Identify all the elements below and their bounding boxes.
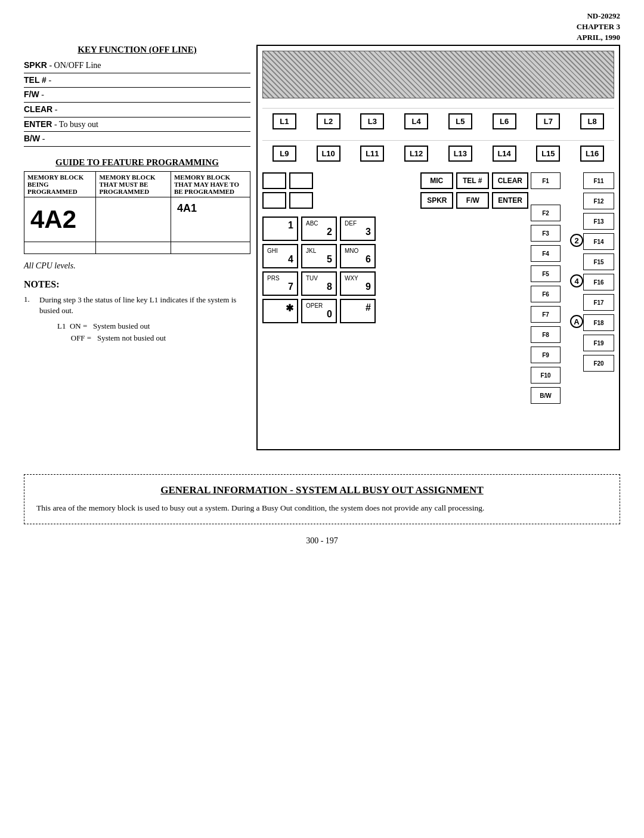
guide-col1-header: MEMORY BLOCK BEING PROGRAMMED [24, 172, 96, 197]
f4-key[interactable]: F4 [531, 245, 561, 262]
l2-key[interactable]: L2 [317, 113, 340, 129]
page-number: 300 - 197 [24, 536, 620, 546]
guide-table: MEMORY BLOCK BEING PROGRAMMED MEMORY BLO… [24, 171, 250, 254]
badge-4: 4 [570, 274, 583, 287]
f10-key[interactable]: F10 [531, 367, 561, 384]
badge-a: A [570, 315, 583, 328]
middle-f-keys: F1 F2 F3 F4 F5 F6 F7 F8 F9 F10 B/W [531, 172, 561, 404]
l12-key[interactable]: L12 [404, 146, 428, 162]
sub-note-1: L1 ON = System busied out OFF = System n… [57, 320, 250, 345]
f6-key[interactable]: F6 [531, 286, 561, 302]
notes-title: NOTES: [24, 279, 250, 290]
list-item: B/W - [24, 132, 250, 147]
fw-key[interactable]: F/W [456, 192, 489, 209]
key-2[interactable]: ABC 2 [301, 217, 337, 241]
l1-key[interactable]: L1 [273, 113, 296, 129]
l4-key[interactable]: L4 [404, 113, 428, 129]
list-item: TEL # - [24, 73, 250, 88]
l10-key[interactable]: L10 [317, 146, 340, 162]
key-star[interactable]: ✱ [262, 299, 298, 323]
header-line1: ND-20292 [577, 11, 620, 21]
f16-key[interactable]: F16 [583, 274, 614, 290]
l13-key[interactable]: L13 [448, 146, 472, 162]
header-line3: APRIL, 1990 [577, 32, 620, 43]
f2-key[interactable]: F2 [531, 205, 561, 221]
guide-cell-empty3 [96, 242, 171, 254]
l5-key[interactable]: L5 [448, 113, 472, 129]
small-sq-3 [262, 192, 286, 209]
f5-key[interactable]: F5 [531, 265, 561, 282]
notes-list: 1. During step 3 the status of line key … [24, 295, 250, 345]
guide-cell-4a1: 4A1 [171, 197, 250, 242]
badge-2: 2 [570, 234, 583, 247]
key-6[interactable]: MNO 6 [340, 244, 376, 268]
key-function-title: KEY FUNCTION (OFF LINE) [24, 45, 250, 55]
badges-column: 2 4 A [563, 217, 581, 328]
header-line2: CHAPTER 3 [577, 21, 620, 32]
l3-key[interactable]: L3 [360, 113, 384, 129]
l7-key[interactable]: L7 [536, 113, 560, 129]
mic-key[interactable]: MIC [420, 172, 453, 189]
key-9[interactable]: WXY 9 [340, 271, 376, 296]
f9-key[interactable]: F9 [531, 347, 561, 363]
guide-cell-empty2 [24, 242, 96, 254]
l-keys-row1: L1 L2 L3 L4 L5 L6 L7 L8 [262, 113, 614, 129]
bw-key[interactable]: B/W [531, 387, 561, 404]
f13-key[interactable]: F13 [583, 213, 614, 230]
guide-cell-empty4 [171, 242, 250, 254]
key-3[interactable]: DEF 3 [340, 217, 376, 241]
list-item: SPKR - ON/OFF Line [24, 58, 250, 73]
guide-col3-header: MEMORY BLOCK THAT MAY HAVE TO BE PROGRAM… [171, 172, 250, 197]
spkr-key[interactable]: SPKR [420, 192, 453, 209]
l15-key[interactable]: L15 [536, 146, 560, 162]
main-keys-area: MIC TEL # CLEAR SPKR F/W ENTER [262, 172, 528, 326]
l11-key[interactable]: L11 [360, 146, 384, 162]
key-0[interactable]: OPER 0 [301, 299, 337, 323]
bottom-box: GENERAL INFORMATION - SYSTEM ALL BUSY OU… [24, 474, 620, 524]
header-info: ND-20292 CHAPTER 3 APRIL, 1990 [577, 11, 620, 44]
key-1[interactable]: 1 [262, 217, 298, 241]
small-sq-1 [262, 172, 286, 189]
l-keys-row2: L9 L10 L11 L12 L13 L14 L15 L16 [262, 146, 614, 162]
f14-key[interactable]: F14 [583, 233, 614, 250]
l16-key[interactable]: L16 [580, 146, 604, 162]
key-8[interactable]: TUV 8 [301, 271, 337, 296]
f18-key[interactable]: F18 [583, 314, 614, 331]
f1-key[interactable]: F1 [531, 172, 561, 189]
key-4[interactable]: GHI 4 [262, 244, 298, 268]
clear-key[interactable]: CLEAR [492, 172, 528, 189]
key-5[interactable]: JKL 5 [301, 244, 337, 268]
right-f-keys: F11 F12 F13 F14 F15 F16 F17 F18 F19 F20 [583, 172, 614, 372]
key-hash[interactable]: # [340, 299, 376, 323]
f11-key[interactable]: F11 [583, 172, 614, 189]
key-function-list: SPKR - ON/OFF Line TEL # - F/W - CLEAR -… [24, 58, 250, 147]
list-item: F/W - [24, 88, 250, 103]
f19-key[interactable]: F19 [583, 335, 614, 351]
f20-key[interactable]: F20 [583, 355, 614, 372]
small-sq-2 [289, 172, 313, 189]
note-item-1: 1. During step 3 the status of line key … [24, 295, 250, 345]
l8-key[interactable]: L8 [580, 113, 604, 129]
f12-key[interactable]: F12 [583, 193, 614, 209]
f8-key[interactable]: F8 [531, 326, 561, 343]
guide-title: GUIDE TO FEATURE PROGRAMMING [24, 157, 250, 168]
list-item: CLEAR - [24, 103, 250, 117]
right-panel: L1 L2 L3 L4 L5 L6 L7 L8 L9 L10 L11 L12 L… [256, 45, 620, 450]
key-7[interactable]: PRS 7 [262, 271, 298, 296]
guide-cell-empty1 [96, 197, 171, 242]
bottom-box-title: GENERAL INFORMATION - SYSTEM ALL BUSY OU… [36, 484, 608, 496]
small-sq-4 [289, 192, 313, 209]
f15-key[interactable]: F15 [583, 253, 614, 270]
list-item: ENTER - To busy out [24, 117, 250, 132]
left-panel: KEY FUNCTION (OFF LINE) SPKR - ON/OFF Li… [24, 45, 256, 450]
f17-key[interactable]: F17 [583, 294, 614, 311]
l14-key[interactable]: L14 [493, 146, 516, 162]
f3-key[interactable]: F3 [531, 225, 561, 242]
tel-key[interactable]: TEL # [456, 172, 489, 189]
guide-cell-4a2: 4A2 [24, 197, 96, 242]
l6-key[interactable]: L6 [493, 113, 516, 129]
f7-key[interactable]: F7 [531, 306, 561, 323]
enter-key[interactable]: ENTER [492, 192, 528, 209]
l9-key[interactable]: L9 [273, 146, 296, 162]
guide-col2-header: MEMORY BLOCK THAT MUST BE PROGRAMMED [96, 172, 171, 197]
